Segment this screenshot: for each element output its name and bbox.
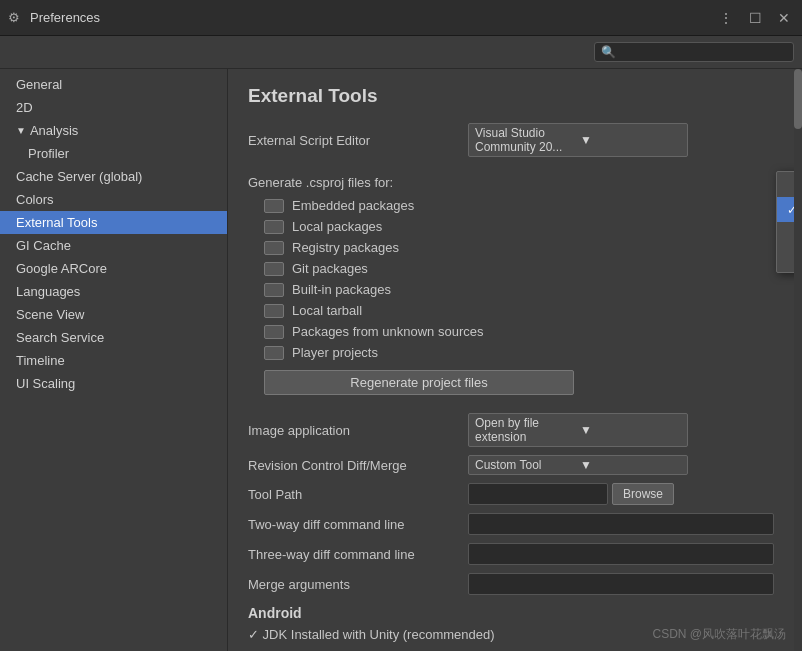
popup-item-open-by-ext[interactable]: Open by file extension xyxy=(777,172,794,197)
revision-control-label: Revision Control Diff/Merge xyxy=(248,458,468,473)
sidebar-label-google-arcore: Google ARCore xyxy=(16,261,107,276)
git-packages-label: Git packages xyxy=(292,261,368,276)
regenerate-button[interactable]: Regenerate project files xyxy=(264,370,574,395)
two-way-diff-input[interactable] xyxy=(468,513,774,535)
image-app-value: Open by file extension xyxy=(475,416,576,444)
script-editor-dropdown-arrow-icon: ▼ xyxy=(580,133,681,147)
sidebar-item-external-tools[interactable]: External Tools xyxy=(0,211,227,234)
checkbox-embedded-packages: Embedded packages xyxy=(248,196,774,215)
watermark: CSDN @风吹落叶花飘汤 xyxy=(652,626,786,643)
embedded-packages-label: Embedded packages xyxy=(292,198,414,213)
sidebar-item-profiler[interactable]: Profiler xyxy=(0,142,227,165)
revision-control-dropdown[interactable]: Custom Tool ▼ xyxy=(468,455,688,475)
search-bar-area: 🔍 xyxy=(0,36,802,69)
sidebar-label-languages: Languages xyxy=(16,284,80,299)
git-packages-checkbox[interactable] xyxy=(264,262,284,276)
sidebar-item-2d[interactable]: 2D xyxy=(0,96,227,119)
checkbox-unknown-sources: Packages from unknown sources xyxy=(248,322,774,341)
sidebar-item-gi-cache[interactable]: GI Cache xyxy=(0,234,227,257)
local-tarball-checkbox[interactable] xyxy=(264,304,284,318)
checkbox-registry-packages: Registry packages xyxy=(248,238,774,257)
image-app-row: Image application Open by file extension… xyxy=(248,413,774,447)
window-title: Preferences xyxy=(30,10,100,25)
sidebar-item-colors[interactable]: Colors xyxy=(0,188,227,211)
maximize-icon[interactable]: ☐ xyxy=(745,8,766,28)
sidebar-item-search-service[interactable]: Search Service xyxy=(0,326,227,349)
sidebar-label-2d: 2D xyxy=(16,100,33,115)
three-way-diff-row: Three-way diff command line xyxy=(248,543,774,565)
jdk-label: ✓ JDK Installed with Unity (recommended) xyxy=(248,627,495,642)
checkbox-player-projects: Player projects xyxy=(248,343,774,362)
tool-path-browse-button[interactable]: Browse xyxy=(612,483,674,505)
scroll-track[interactable] xyxy=(794,69,802,651)
page-title: External Tools xyxy=(248,85,774,107)
sidebar-item-cache-server[interactable]: Cache Server (global) xyxy=(0,165,227,188)
local-packages-checkbox[interactable] xyxy=(264,220,284,234)
registry-packages-checkbox[interactable] xyxy=(264,241,284,255)
checkbox-local-packages: Local packages xyxy=(248,217,774,236)
builtin-packages-label: Built-in packages xyxy=(292,282,391,297)
tool-path-row: Tool Path Browse xyxy=(248,483,774,505)
three-way-diff-label: Three-way diff command line xyxy=(248,547,468,562)
sidebar-label-cache-server: Cache Server (global) xyxy=(16,169,142,184)
main-layout: General 2D ▼ Analysis Profiler Cache Ser… xyxy=(0,69,802,651)
revision-control-row: Revision Control Diff/Merge Custom Tool … xyxy=(248,455,774,475)
sidebar-item-general[interactable]: General xyxy=(0,73,227,96)
script-editor-value: Visual Studio Community 20... xyxy=(475,126,576,154)
sidebar-item-scene-view[interactable]: Scene View xyxy=(0,303,227,326)
player-projects-label: Player projects xyxy=(292,345,378,360)
sidebar-item-google-arcore[interactable]: Google ARCore xyxy=(0,257,227,280)
builtin-packages-checkbox[interactable] xyxy=(264,283,284,297)
local-packages-label: Local packages xyxy=(292,219,382,234)
script-editor-dropdown[interactable]: Visual Studio Community 20... ▼ xyxy=(468,123,688,157)
sidebar: General 2D ▼ Analysis Profiler Cache Ser… xyxy=(0,69,228,651)
image-app-dropdown[interactable]: Open by file extension ▼ xyxy=(468,413,688,447)
content-area: External Tools External Script Editor Vi… xyxy=(228,69,794,651)
revision-control-dropdown-arrow-icon: ▼ xyxy=(580,458,681,472)
title-bar: ⚙ Preferences ⋮ ☐ ✕ xyxy=(0,0,802,36)
sidebar-label-analysis: Analysis xyxy=(30,123,78,138)
sidebar-label-timeline: Timeline xyxy=(16,353,65,368)
sidebar-item-ui-scaling[interactable]: UI Scaling xyxy=(0,372,227,395)
revision-control-value: Custom Tool xyxy=(475,458,576,472)
sidebar-label-profiler: Profiler xyxy=(28,146,69,161)
embedded-packages-checkbox[interactable] xyxy=(264,199,284,213)
image-app-label: Image application xyxy=(248,423,468,438)
three-way-diff-input[interactable] xyxy=(468,543,774,565)
merge-args-label: Merge arguments xyxy=(248,577,468,592)
search-input-wrap[interactable]: 🔍 xyxy=(594,42,794,62)
sidebar-label-search-service: Search Service xyxy=(16,330,104,345)
unknown-sources-label: Packages from unknown sources xyxy=(292,324,483,339)
merge-args-input[interactable] xyxy=(468,573,774,595)
android-title: Android xyxy=(248,605,774,621)
popup-item-browse[interactable]: Browse... xyxy=(777,247,794,272)
script-editor-dropdown-popup: Open by file extension ✓ Visual Studio C… xyxy=(776,171,794,273)
close-icon[interactable]: ✕ xyxy=(774,8,794,28)
checkbox-git-packages: Git packages xyxy=(248,259,774,278)
checkbox-local-tarball: Local tarball xyxy=(248,301,774,320)
window-controls: ⋮ ☐ ✕ xyxy=(715,8,794,28)
unknown-sources-checkbox[interactable] xyxy=(264,325,284,339)
popup-item-vs-professional-2019[interactable]: Visual Studio Professional 2019 xyxy=(777,222,794,247)
image-app-dropdown-arrow-icon: ▼ xyxy=(580,423,681,437)
search-input[interactable] xyxy=(620,45,787,59)
sidebar-item-timeline[interactable]: Timeline xyxy=(0,349,227,372)
sidebar-item-languages[interactable]: Languages xyxy=(0,280,227,303)
sidebar-label-general: General xyxy=(16,77,62,92)
sidebar-item-analysis[interactable]: ▼ Analysis xyxy=(0,119,227,142)
local-tarball-label: Local tarball xyxy=(292,303,362,318)
merge-args-row: Merge arguments xyxy=(248,573,774,595)
popup-item-vs-community-2022[interactable]: ✓ Visual Studio Community 2022 xyxy=(777,197,794,222)
scroll-thumb[interactable] xyxy=(794,69,802,129)
two-way-diff-label: Two-way diff command line xyxy=(248,517,468,532)
analysis-arrow-icon: ▼ xyxy=(16,125,26,136)
player-projects-checkbox[interactable] xyxy=(264,346,284,360)
script-editor-row: External Script Editor Visual Studio Com… xyxy=(248,123,774,157)
search-icon: 🔍 xyxy=(601,45,616,59)
sidebar-label-colors: Colors xyxy=(16,192,54,207)
preferences-icon: ⚙ xyxy=(8,10,24,26)
tool-path-input[interactable] xyxy=(468,483,608,505)
sidebar-label-gi-cache: GI Cache xyxy=(16,238,71,253)
menu-icon[interactable]: ⋮ xyxy=(715,8,737,28)
registry-packages-label: Registry packages xyxy=(292,240,399,255)
